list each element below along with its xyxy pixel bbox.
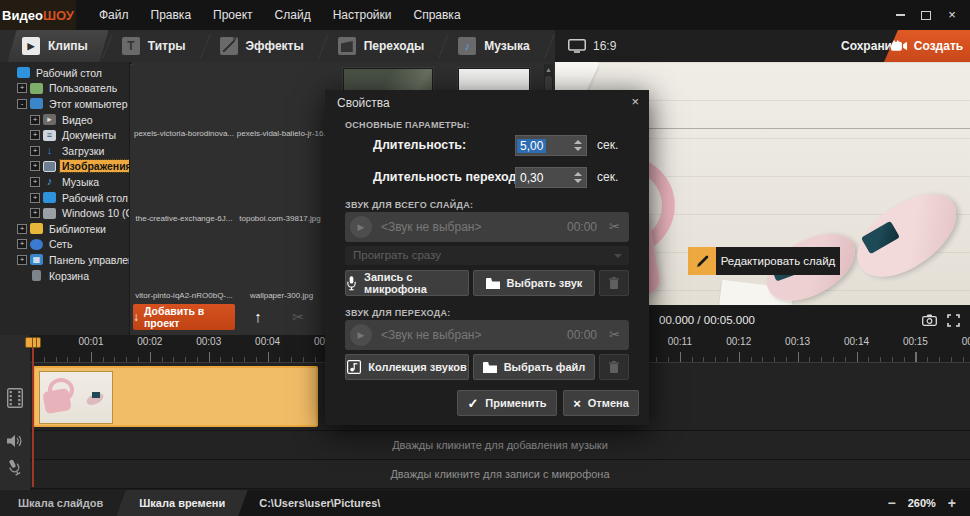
delete-sound-button[interactable] xyxy=(599,270,629,296)
play-mode-dropdown[interactable]: Проиграть сразу xyxy=(345,246,629,265)
expander-icon[interactable]: + xyxy=(17,224,27,234)
tab-bar: Клипы Титры Эффекты Переходы Музыка xyxy=(0,30,970,63)
tab-slide-scale[interactable]: Шкала слайдов xyxy=(0,490,121,516)
desktop-icon xyxy=(43,192,56,203)
aspect-ratio-indicator[interactable]: 16:9 xyxy=(568,30,616,62)
desktop-icon xyxy=(17,67,30,78)
duration-input[interactable]: 5,00 xyxy=(515,135,587,156)
menu-item[interactable]: Слайд xyxy=(264,0,322,30)
record-microphone-button[interactable]: Запись с микрофона xyxy=(345,270,469,296)
tree-item[interactable]: + Рабочий стол xyxy=(0,190,129,206)
down-arrow-icon: ↓ xyxy=(133,310,139,324)
computer-icon xyxy=(30,98,43,109)
tree-item[interactable]: Корзина xyxy=(0,268,129,284)
tree-item[interactable]: + Документы xyxy=(0,127,129,143)
edit-slide-button[interactable]: Редактировать слайд xyxy=(688,247,840,275)
dialog-close-icon[interactable]: × xyxy=(631,94,639,109)
main-tab[interactable]: Музыка xyxy=(444,30,549,62)
main-tab[interactable]: Эффекты xyxy=(206,30,324,62)
trim-scissors-icon[interactable]: ✂ xyxy=(609,327,620,342)
sound-collection-icon xyxy=(347,360,361,374)
minimize-icon[interactable] xyxy=(892,7,908,23)
spinner-arrows[interactable] xyxy=(574,140,586,151)
thumbnail-image[interactable] xyxy=(130,62,132,64)
cancel-button[interactable]: × Отмена xyxy=(563,390,639,416)
images-icon xyxy=(43,161,56,172)
create-button[interactable]: Создать xyxy=(884,30,970,62)
clips-icon xyxy=(22,37,40,55)
tree-item[interactable]: + Библиотеки xyxy=(0,221,129,237)
expander-icon[interactable]: + xyxy=(30,161,40,171)
expander-icon[interactable]: + xyxy=(30,193,40,203)
slide-clip[interactable] xyxy=(33,366,318,427)
playhead-handle[interactable] xyxy=(25,337,41,348)
menu-item[interactable]: Проект xyxy=(202,0,264,30)
trim-scissors-icon[interactable]: ✂ xyxy=(609,219,620,234)
scroll-up-icon[interactable]: ▲ xyxy=(545,66,552,73)
expander-icon[interactable]: + xyxy=(30,115,40,125)
tree-item[interactable]: + Windows 10 (C:) xyxy=(0,205,129,221)
thumbnail-caption: pexels-victoria-borodinova... xyxy=(132,129,236,141)
add-to-project-button[interactable]: ↓ Добавить в проект xyxy=(133,304,235,330)
choose-sound-button[interactable]: Выбрать звук xyxy=(473,270,595,296)
tree-item[interactable]: Рабочий стол xyxy=(0,65,129,81)
tree-item[interactable]: + Видео xyxy=(0,112,129,128)
microphone-icon xyxy=(346,276,357,291)
expander-icon[interactable]: + xyxy=(30,146,40,156)
main-tab[interactable]: Титры xyxy=(108,30,206,62)
main-tab[interactable]: Переходы xyxy=(324,30,445,62)
tree-item[interactable]: + Музыка xyxy=(0,174,129,190)
play-icon[interactable]: ▶ xyxy=(350,324,372,346)
fullscreen-icon[interactable] xyxy=(947,314,960,327)
menu-item[interactable]: Настройки xyxy=(322,0,403,30)
folder-icon xyxy=(483,362,497,373)
close-icon[interactable]: × xyxy=(944,7,960,23)
menu-item[interactable]: Правка xyxy=(140,0,203,30)
current-folder-path: C:\Users\user\Pictures\ xyxy=(259,497,380,509)
tab-time-scale[interactable]: Шкала времени xyxy=(121,490,243,516)
time-tick-label: 00:14 xyxy=(827,336,886,347)
zoom-out-button[interactable]: − xyxy=(887,496,895,510)
voice-track[interactable]: Дважды кликните для записи с микрофона xyxy=(30,459,970,489)
restore-icon[interactable] xyxy=(918,7,934,23)
zoom-in-button[interactable]: + xyxy=(948,496,956,510)
expander-icon[interactable]: + xyxy=(30,208,40,218)
spinner-arrows[interactable] xyxy=(574,172,586,183)
section-main-params: ОСНОВНЫЕ ПАРАМЕТРЫ: xyxy=(345,120,470,130)
choose-file-button[interactable]: Выбрать файл xyxy=(473,354,595,380)
expander-icon[interactable]: + xyxy=(17,255,27,265)
thumbnail-caption: the-creative-exchange-6J... xyxy=(132,214,236,226)
timeline-gutter xyxy=(0,335,30,490)
music-track-hint: Дважды кликните для добавления музыки xyxy=(30,431,970,459)
expander-icon[interactable]: + xyxy=(17,239,27,249)
apply-button[interactable]: ✓ Применить xyxy=(457,390,557,416)
spin-up-icon xyxy=(574,140,582,144)
delete-sound-button[interactable] xyxy=(599,354,629,380)
folder-icon xyxy=(486,278,500,289)
main-tab[interactable]: Клипы xyxy=(8,30,108,62)
play-icon[interactable]: ▶ xyxy=(350,216,372,238)
transition-duration-input[interactable]: 0,30 xyxy=(515,167,587,188)
tree-item[interactable]: + Пользователь xyxy=(0,81,129,97)
tree-item[interactable]: - Этот компьютер xyxy=(0,96,129,112)
time-tick-label: 00:11 xyxy=(650,336,709,347)
scissors-icon[interactable]: ✂ xyxy=(287,306,309,328)
video-track-icon xyxy=(7,388,23,408)
thumbnail-caption: vitor-pinto-iqA2-nRO0bQ-... xyxy=(132,291,236,303)
expander-icon[interactable]: + xyxy=(30,130,40,140)
music-track[interactable]: Дважды кликните для добавления музыки xyxy=(30,430,970,459)
tree-item[interactable]: + Изображения xyxy=(0,159,129,175)
tree-item[interactable]: + Панель управления xyxy=(0,252,129,268)
tree-item[interactable]: + Загрузки xyxy=(0,143,129,159)
menu-item[interactable]: Файл xyxy=(88,0,140,30)
time-tick-label: 00:12 xyxy=(709,336,768,347)
expander-icon[interactable]: + xyxy=(17,83,27,93)
menu-item[interactable]: Справка xyxy=(402,0,471,30)
snapshot-camera-icon[interactable] xyxy=(922,314,937,326)
expander-icon[interactable]: - xyxy=(17,99,27,109)
up-arrow-button[interactable]: ↑ xyxy=(247,306,269,328)
tree-item[interactable]: + Сеть xyxy=(0,237,129,253)
time-tick-label: 00:13 xyxy=(768,336,827,347)
expander-icon[interactable]: + xyxy=(30,177,40,187)
sound-collection-button[interactable]: Коллекция звуков xyxy=(345,354,469,380)
